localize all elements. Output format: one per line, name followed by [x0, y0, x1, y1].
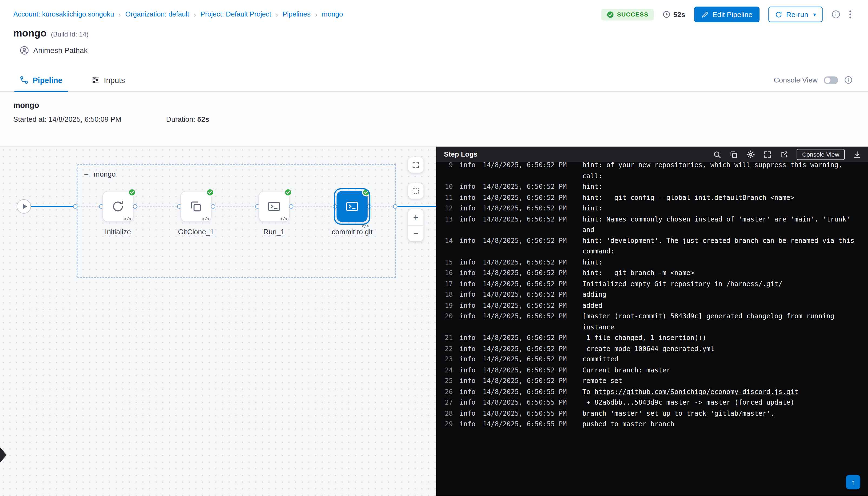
fullscreen-icon[interactable]	[408, 157, 423, 173]
log-row: 13info14/8/2025, 6:50:52 PMhint: Names c…	[443, 214, 860, 235]
breadcrumb-project[interactable]: Project: Default Project	[200, 11, 271, 18]
run-name: mongo	[13, 100, 855, 110]
log-row: 16info14/8/2025, 6:50:52 PMhint: git bra…	[443, 268, 860, 279]
step-logs-title: Step Logs	[444, 151, 477, 158]
start-node[interactable]	[16, 199, 31, 214]
expand-icon[interactable]	[763, 150, 772, 159]
pipeline-canvas[interactable]: − mongo	[0, 146, 436, 496]
log-row: 21info14/8/2025, 6:50:52 PM 1 file chang…	[443, 332, 860, 343]
tab-inputs[interactable]: Inputs	[88, 69, 128, 91]
breadcrumb-pipelines[interactable]: Pipelines	[282, 11, 311, 18]
gear-icon[interactable]	[746, 150, 755, 159]
console-view-label: Console View	[774, 76, 818, 84]
play-icon	[22, 204, 27, 209]
duration-label: Duration:	[166, 115, 195, 124]
node-label: GitClone_1	[168, 228, 224, 236]
title-block: mongo (Build Id: 14) Animesh Pathak	[13, 28, 89, 55]
pipeline-node-commit-to-git[interactable]: </> commit to git	[324, 191, 380, 236]
breadcrumb-organization[interactable]: Organization: default	[125, 11, 189, 18]
pipeline-node-gitclone[interactable]: </> GitClone_1	[168, 191, 224, 236]
tabs-bar: Pipeline Inputs Console View	[0, 69, 868, 92]
clone-icon	[189, 200, 203, 213]
log-row: 19info14/8/2025, 6:50:52 PMadded	[443, 300, 860, 311]
page-title: mongo	[13, 28, 47, 39]
log-row: 17info14/8/2025, 6:50:52 PMInitialized e…	[443, 279, 860, 289]
breadcrumb-current-mongo[interactable]: mongo	[322, 11, 343, 18]
clock-icon	[663, 11, 670, 18]
breadcrumb-account[interactable]: Account: kurosakiichigo.songoku	[13, 11, 114, 18]
log-row: 26info14/8/2025, 6:50:55 PMTo https://gi…	[443, 387, 860, 398]
tab-pipeline-label: Pipeline	[33, 75, 62, 84]
log-output[interactable]: 9info14/8/2025, 6:50:52 PMhint: of your …	[436, 162, 868, 496]
rerun-button[interactable]: Re-run ▾	[769, 7, 823, 22]
node-label: Initialize	[90, 228, 146, 236]
download-icon[interactable]	[853, 150, 862, 159]
started-at-value: 14/8/2025, 6:50:09 PM	[48, 115, 121, 124]
success-check-icon	[206, 188, 214, 197]
terminal-icon	[267, 199, 281, 214]
author-name[interactable]: Animesh Pathak	[33, 46, 88, 55]
terminal-icon	[345, 199, 359, 214]
log-row: 22info14/8/2025, 6:50:52 PM create mode …	[443, 343, 860, 354]
pipeline-node-initialize[interactable]: </> Initialize	[90, 191, 146, 236]
log-row: 9info14/8/2025, 6:50:52 PMhint: of your …	[443, 162, 860, 182]
zoom-out-button[interactable]: −	[408, 225, 423, 241]
build-id: (Build Id: 14)	[51, 31, 89, 38]
zoom-in-button[interactable]: +	[408, 209, 423, 225]
top-bar: Account: kurosakiichigo.songoku › Organi…	[0, 0, 868, 29]
search-icon[interactable]	[713, 150, 722, 159]
breadcrumb-separator: ›	[119, 10, 121, 19]
console-view-toggle[interactable]	[824, 76, 838, 84]
copy-icon[interactable]	[729, 150, 738, 159]
duration-indicator: 52s	[663, 10, 685, 19]
scroll-to-top-button[interactable]: ↑	[846, 475, 860, 489]
duration-value: 52s	[197, 115, 209, 124]
edit-pipeline-button[interactable]: Edit Pipeline	[694, 7, 760, 22]
log-row: 24info14/8/2025, 6:50:52 PMCurrent branc…	[443, 365, 860, 376]
code-badge: </>	[280, 216, 288, 221]
status-label: SUCCESS	[617, 11, 648, 18]
panel-collapse-handle[interactable]	[0, 447, 7, 463]
log-row: 10info14/8/2025, 6:50:52 PMhint:	[443, 182, 860, 192]
breadcrumb-separator: ›	[315, 10, 317, 19]
log-row: 23info14/8/2025, 6:50:52 PMcommitted	[443, 354, 860, 365]
success-check-icon	[284, 188, 292, 197]
edit-pipeline-label: Edit Pipeline	[712, 10, 753, 19]
code-badge: </>	[124, 216, 132, 221]
log-row: 18info14/8/2025, 6:50:52 PMadding	[443, 289, 860, 300]
log-row: 14info14/8/2025, 6:50:52 PMhint: 'develo…	[443, 235, 860, 257]
breadcrumb: Account: kurosakiichigo.songoku › Organi…	[13, 10, 343, 19]
node-label: Run_1	[246, 228, 302, 236]
marquee-select-icon[interactable]	[408, 183, 423, 199]
tab-inputs-label: Inputs	[104, 75, 125, 84]
chevron-down-icon[interactable]: ▾	[813, 11, 816, 18]
collapse-minus-icon[interactable]: −	[84, 170, 89, 178]
stage-group-label: mongo	[94, 170, 115, 178]
status-badge: SUCCESS	[601, 9, 654, 20]
sync-icon	[111, 200, 124, 213]
console-view-button[interactable]: Console View	[796, 149, 845, 160]
log-row: 29info14/8/2025, 6:50:55 PMpushed to mas…	[443, 419, 860, 430]
success-check-icon	[362, 188, 370, 197]
log-row: 20info14/8/2025, 6:50:52 PM[master (root…	[443, 311, 860, 332]
log-row: 11info14/8/2025, 6:50:52 PMhint: git con…	[443, 192, 860, 203]
app-window: Account: kurosakiichigo.songoku › Organi…	[0, 0, 868, 496]
info-icon[interactable]	[844, 76, 853, 84]
log-row: 27info14/8/2025, 6:50:55 PM + 82a6dbb...…	[443, 397, 860, 408]
log-link[interactable]: https://github.com/Sonichigo/economy-dis…	[594, 388, 798, 396]
started-at-label: Started at:	[13, 115, 47, 124]
code-badge: </>	[202, 216, 210, 221]
info-icon[interactable]	[832, 10, 840, 19]
tab-pipeline[interactable]: Pipeline	[16, 69, 66, 91]
log-row: 25info14/8/2025, 6:50:52 PMremote set	[443, 376, 860, 387]
inputs-icon	[91, 76, 99, 84]
external-link-icon[interactable]	[780, 150, 789, 159]
pipeline-node-run[interactable]: </> Run_1	[246, 191, 302, 236]
kebab-menu-icon[interactable]	[849, 10, 851, 19]
flow-connector-solid	[31, 206, 76, 207]
rerun-label: Re-run	[786, 10, 808, 19]
breadcrumb-separator: ›	[194, 10, 196, 19]
log-row: 15info14/8/2025, 6:50:52 PMhint:	[443, 257, 860, 268]
top-bar-actions: SUCCESS 52s Edit Pipeline Re-run ▾	[601, 7, 852, 22]
pipeline-icon	[20, 76, 28, 84]
